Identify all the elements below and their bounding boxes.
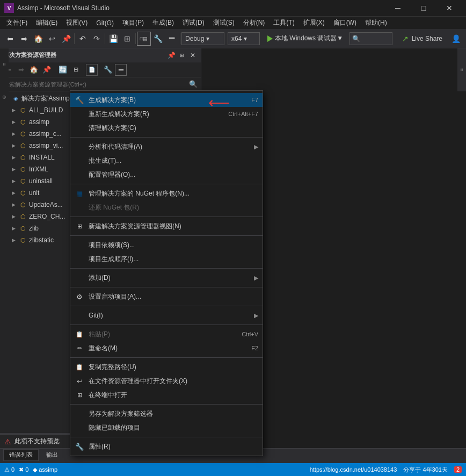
ctx-nuget-restore-label: 还原 NuGet 包(R) bbox=[89, 203, 258, 212]
ctx-properties-icon: 🔧 bbox=[75, 442, 84, 451]
ctx-batch-icon bbox=[75, 156, 84, 165]
ctx-nuget-restore: 还原 NuGet 包(R) bbox=[70, 200, 263, 214]
ctx-project-order[interactable]: 项目生成顺序(I)... bbox=[70, 252, 263, 266]
ctx-open-explorer-label: 在文件资源管理器中打开文件夹(X) bbox=[89, 377, 258, 386]
ctx-analyze-label: 分析和代码清理(A) bbox=[89, 142, 250, 152]
ctx-set-startup[interactable]: ⚙ 设置启动项目(A)... bbox=[70, 290, 263, 304]
ctx-config-label: 配置管理器(O)... bbox=[89, 170, 258, 179]
ctx-save-filter-icon bbox=[75, 409, 84, 419]
ctx-analyze-arrow: ▶ bbox=[254, 143, 258, 150]
ctx-project-order-icon bbox=[75, 254, 84, 264]
ctx-paste-shortcut: Ctrl+V bbox=[242, 331, 258, 337]
ctx-hide-unloaded-label: 隐藏已卸载的项目 bbox=[89, 423, 258, 432]
ctx-nuget-icon: ▦ bbox=[75, 189, 84, 198]
ctx-project-deps-icon bbox=[75, 240, 84, 250]
ctx-rebuild-solution[interactable]: 重新生成解决方案(R) Ctrl+Alt+F7 bbox=[70, 107, 263, 121]
ctx-save-filter[interactable]: 另存为解决方案筛选器 bbox=[70, 407, 263, 421]
ctx-analyze-icon bbox=[75, 142, 84, 152]
ctx-rebuild-shortcut: Ctrl+Alt+F7 bbox=[228, 111, 258, 117]
ctx-sep2 bbox=[70, 184, 263, 184]
ctx-open-terminal-label: 在终端中打开 bbox=[89, 391, 258, 400]
ctx-build-icon: 🔨 bbox=[75, 95, 84, 105]
ctx-git-icon bbox=[75, 311, 84, 320]
ctx-git-arrow: ▶ bbox=[254, 312, 258, 319]
ctx-hide-unloaded[interactable]: 隐藏已卸载的项目 bbox=[70, 421, 263, 435]
ctx-sep6 bbox=[70, 287, 263, 287]
ctx-sep8 bbox=[70, 324, 263, 325]
ctx-add[interactable]: 添加(D) ▶ bbox=[70, 271, 263, 285]
ctx-new-sol-label: 新建解决方案资源管理器视图(N) bbox=[89, 222, 258, 231]
ctx-rebuild-label: 重新生成解决方案(R) bbox=[89, 110, 224, 119]
context-menu: 🔨 生成解决方案(B) F7 重新生成解决方案(R) Ctrl+Alt+F7 清… bbox=[70, 90, 263, 456]
ctx-startup-label: 设置启动项目(A)... bbox=[89, 292, 258, 301]
ctx-open-explorer-icon: ↩ bbox=[75, 376, 84, 386]
ctx-nuget-manage[interactable]: ▦ 管理解决方案的 NuGet 程序包(N)... bbox=[70, 186, 263, 200]
ctx-rename[interactable]: ✏ 重命名(M) F2 bbox=[70, 341, 263, 355]
ctx-sep3 bbox=[70, 217, 263, 217]
ctx-open-terminal[interactable]: ⊞ 在终端中打开 bbox=[70, 388, 263, 402]
ctx-sep11 bbox=[70, 437, 263, 437]
ctx-copy-path[interactable]: 📋 复制完整路径(U) bbox=[70, 360, 263, 374]
ctx-sep4 bbox=[70, 235, 263, 236]
ctx-save-filter-label: 另存为解决方案筛选器 bbox=[89, 409, 258, 419]
ctx-properties[interactable]: 🔧 属性(R) bbox=[70, 439, 263, 453]
ctx-paste-icon: 📋 bbox=[75, 329, 84, 339]
build-arrow: ⟵ bbox=[208, 94, 230, 112]
ctx-nuget-restore-icon bbox=[75, 203, 84, 212]
ctx-rename-icon: ✏ bbox=[75, 343, 84, 353]
ctx-build-shortcut: F7 bbox=[251, 97, 258, 103]
ctx-add-arrow: ▶ bbox=[254, 275, 258, 282]
ctx-git-label: Git(I) bbox=[89, 312, 250, 319]
ctx-clean-icon bbox=[75, 123, 84, 133]
ctx-sep9 bbox=[70, 357, 263, 358]
ctx-hide-unloaded-icon bbox=[75, 423, 84, 432]
ctx-paste-label: 粘贴(P) bbox=[89, 330, 237, 339]
ctx-analyze-clean[interactable]: 分析和代码清理(A) ▶ bbox=[70, 140, 263, 154]
ctx-paste: 📋 粘贴(P) Ctrl+V bbox=[70, 327, 263, 341]
ctx-rename-shortcut: F2 bbox=[251, 345, 258, 351]
ctx-project-deps[interactable]: 项目依赖项(S)... bbox=[70, 238, 263, 252]
ctx-new-sol-view[interactable]: ⊞ 新建解决方案资源管理器视图(N) bbox=[70, 219, 263, 233]
ctx-git[interactable]: Git(I) ▶ bbox=[70, 308, 263, 322]
context-menu-overlay: 🔨 生成解决方案(B) F7 重新生成解决方案(R) Ctrl+Alt+F7 清… bbox=[0, 0, 466, 476]
ctx-properties-label: 属性(R) bbox=[89, 442, 258, 451]
ctx-new-sol-icon: ⊞ bbox=[75, 221, 84, 231]
ctx-copy-path-icon: 📋 bbox=[75, 362, 84, 372]
ctx-sep1 bbox=[70, 137, 263, 138]
ctx-add-label: 添加(D) bbox=[89, 273, 250, 283]
ctx-nuget-label: 管理解决方案的 NuGet 程序包(N)... bbox=[89, 189, 258, 198]
ctx-rebuild-icon bbox=[75, 109, 84, 119]
ctx-build-solution[interactable]: 🔨 生成解决方案(B) F7 bbox=[70, 93, 263, 107]
ctx-batch-label: 批生成(T)... bbox=[89, 156, 258, 165]
ctx-sep10 bbox=[70, 404, 263, 405]
ctx-startup-icon: ⚙ bbox=[75, 292, 84, 301]
ctx-project-deps-label: 项目依赖项(S)... bbox=[89, 241, 258, 250]
ctx-copy-path-label: 复制完整路径(U) bbox=[89, 363, 258, 372]
ctx-sep5 bbox=[70, 268, 263, 269]
ctx-add-icon bbox=[75, 273, 84, 283]
ctx-rename-label: 重命名(M) bbox=[89, 344, 247, 353]
ctx-project-order-label: 项目生成顺序(I)... bbox=[89, 255, 258, 264]
ctx-config-icon bbox=[75, 170, 84, 179]
ctx-config-mgr[interactable]: 配置管理器(O)... bbox=[70, 168, 263, 182]
ctx-batch-build[interactable]: 批生成(T)... bbox=[70, 154, 263, 168]
ctx-open-explorer[interactable]: ↩ 在文件资源管理器中打开文件夹(X) bbox=[70, 374, 263, 388]
ctx-clean-label: 清理解决方案(C) bbox=[89, 124, 258, 133]
ctx-open-terminal-icon: ⊞ bbox=[75, 390, 84, 400]
ctx-sep7 bbox=[70, 306, 263, 306]
ctx-clean-solution[interactable]: 清理解决方案(C) bbox=[70, 121, 263, 135]
